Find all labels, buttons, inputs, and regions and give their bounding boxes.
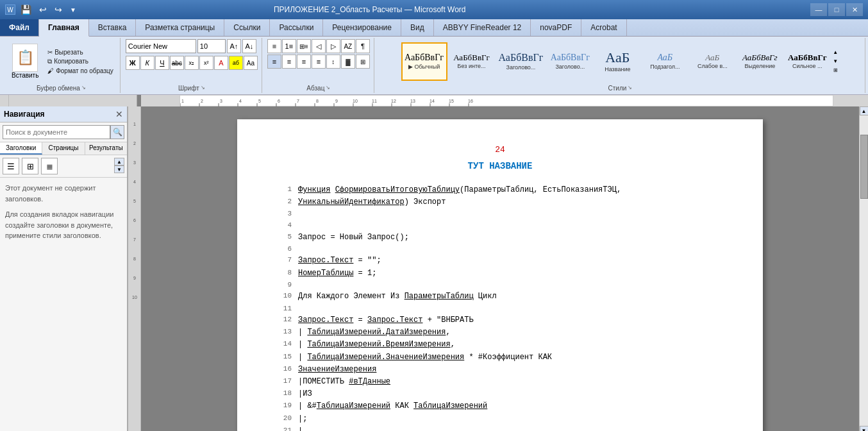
ruler-right-corner bbox=[859, 95, 868, 106]
bold-btn[interactable]: Ж bbox=[126, 56, 140, 70]
font-expand-icon[interactable]: ↘ bbox=[201, 85, 205, 90]
paste-button[interactable]: 📋 Вставить bbox=[6, 41, 44, 81]
scroll-thumb[interactable] bbox=[860, 135, 868, 199]
nav-tab-results[interactable]: Результаты bbox=[85, 142, 127, 155]
style-subtle-em[interactable]: АаБ Слабое в... bbox=[689, 42, 735, 81]
nav-list-view-btn[interactable]: ☰ bbox=[3, 158, 19, 174]
tab-review[interactable]: Рецензирование bbox=[323, 19, 401, 36]
style-title[interactable]: АаБ Название bbox=[594, 42, 640, 81]
tab-home[interactable]: Главная bbox=[39, 19, 89, 37]
increase-indent-btn[interactable]: ▷ bbox=[326, 39, 340, 53]
font-size-input[interactable] bbox=[197, 39, 226, 53]
subscript-btn[interactable]: x₂ bbox=[185, 56, 199, 70]
cut-button[interactable]: ✂ Вырезать bbox=[45, 48, 115, 56]
code-line-5: 5 Запрос = Новый Запрос(); bbox=[276, 232, 724, 244]
multilevel-btn[interactable]: ⊞≡ bbox=[297, 39, 311, 53]
align-left-btn[interactable]: ≡ bbox=[267, 55, 281, 69]
styles-scroll-down[interactable]: ▼ bbox=[831, 58, 839, 65]
tab-file[interactable]: Файл bbox=[0, 19, 39, 36]
paragraph-group: ≡ 1≡ ⊞≡ ◁ ▷ AZ ¶ ≡ ≡ ≡ ≡ ↕ ▓ ⊞ bbox=[263, 38, 374, 93]
line-spacing-btn[interactable]: ↕ bbox=[326, 55, 340, 69]
redo-btn[interactable]: ↪ bbox=[52, 3, 65, 16]
nav-tab-pages[interactable]: Страницы bbox=[42, 142, 85, 155]
svg-text:5: 5 bbox=[258, 99, 261, 103]
styles-expand[interactable]: ⊞ bbox=[831, 67, 839, 74]
clipboard-expand-icon[interactable]: ↘ bbox=[81, 85, 86, 90]
shading-btn[interactable]: ▓ bbox=[341, 55, 355, 69]
line-num-3: 3 bbox=[276, 208, 292, 220]
styles-scroll-up[interactable]: ▲ bbox=[831, 49, 839, 56]
nav-detail-view-btn[interactable]: ≣ bbox=[41, 158, 58, 174]
font-shrink-btn[interactable]: A↓ bbox=[242, 39, 256, 53]
svg-text:1: 1 bbox=[133, 122, 136, 126]
font-name-input[interactable] bbox=[126, 39, 196, 53]
style-strong[interactable]: АаБбВвГг Сильное ... bbox=[784, 42, 830, 81]
close-btn[interactable]: ✕ bbox=[846, 3, 863, 16]
maximize-btn[interactable]: □ bbox=[828, 3, 845, 16]
title-bar: W 💾 ↩ ↪ ▼ ПРИЛОЖЕНИЕ 2_Область Расчеты —… bbox=[0, 0, 868, 19]
undo-btn[interactable]: ↩ bbox=[37, 3, 49, 16]
font-color-btn[interactable]: А bbox=[214, 56, 228, 70]
nav-grid-view-btn[interactable]: ⊞ bbox=[22, 158, 38, 174]
italic-btn[interactable]: К bbox=[140, 56, 154, 70]
scroll-up-arrow[interactable]: ▲ bbox=[860, 106, 869, 115]
superscript-btn[interactable]: x² bbox=[199, 56, 213, 70]
nav-search-input[interactable] bbox=[3, 125, 110, 139]
line-content-7: Запрос.Текст = ""; bbox=[298, 255, 724, 267]
format-paint-button[interactable]: 🖌 Формат по образцу bbox=[45, 67, 115, 75]
minimize-btn[interactable]: — bbox=[810, 3, 827, 16]
nav-search-box: 🔍 bbox=[0, 123, 127, 142]
bullets-btn[interactable]: ≡ bbox=[267, 39, 281, 53]
borders-btn[interactable]: ⊞ bbox=[356, 55, 370, 69]
customize-quick-btn[interactable]: ▼ bbox=[67, 5, 79, 15]
underline-btn[interactable]: Ч bbox=[155, 56, 169, 70]
style-subtitle[interactable]: АаБ Подзагол... bbox=[642, 42, 688, 81]
nav-close-button[interactable]: ✕ bbox=[115, 109, 123, 119]
copy-button[interactable]: ⧉ Копировать bbox=[45, 57, 115, 66]
tab-novapdf[interactable]: novaPDF bbox=[531, 19, 581, 36]
styles-expand-icon[interactable]: ↘ bbox=[628, 85, 632, 90]
align-justify-btn[interactable]: ≡ bbox=[312, 55, 326, 69]
code-line-9: 9 bbox=[276, 280, 724, 291]
save-quick-btn[interactable]: 💾 bbox=[18, 3, 34, 16]
scroll-track[interactable] bbox=[860, 115, 869, 426]
font-grow-btn[interactable]: A↑ bbox=[227, 39, 241, 53]
tab-references[interactable]: Ссылки bbox=[224, 19, 270, 36]
decrease-indent-btn[interactable]: ◁ bbox=[312, 39, 326, 53]
line-num-15: 15 bbox=[276, 351, 292, 364]
tab-abbyy[interactable]: ABBYY FineReader 12 bbox=[434, 19, 531, 36]
align-right-btn[interactable]: ≡ bbox=[297, 55, 311, 69]
style-no-spacing[interactable]: АаБбВвГг Без инте... bbox=[449, 42, 495, 81]
tab-acrobat[interactable]: Acrobat bbox=[581, 19, 626, 36]
code-line-11: 11 bbox=[276, 303, 724, 315]
style-normal[interactable]: АаБбВвГг ▶ Обычный bbox=[401, 42, 447, 81]
tab-view[interactable]: Вид bbox=[401, 19, 434, 36]
nav-search-button[interactable]: 🔍 bbox=[110, 125, 124, 139]
para-expand-icon[interactable]: ↘ bbox=[326, 85, 330, 90]
line-content-10: Для Каждого Элемент Из ПараметрыТаблиц Ц… bbox=[298, 291, 724, 303]
line-num-9: 9 bbox=[276, 280, 292, 291]
code-line-20: 20 |; bbox=[276, 413, 724, 425]
v-ruler: 1 2 3 4 5 6 7 8 9 10 bbox=[128, 106, 141, 431]
style-emphasis[interactable]: АаБбВвГг Выделение bbox=[737, 42, 783, 81]
numbering-btn[interactable]: 1≡ bbox=[282, 39, 296, 53]
tab-mailings[interactable]: Рассылки bbox=[270, 19, 323, 36]
font-group: A↑ A↓ Ж К Ч abc x₂ x² А аб Аа Шрифт ↘ bbox=[122, 38, 262, 93]
tab-insert[interactable]: Вставка bbox=[89, 19, 137, 36]
style-h2[interactable]: АаБбВвГг Заголово... bbox=[547, 42, 593, 81]
tab-layout[interactable]: Разметка страницы bbox=[136, 19, 224, 36]
sort-btn[interactable]: AZ bbox=[341, 39, 355, 53]
nav-up-btn[interactable]: ▲ bbox=[114, 158, 124, 165]
highlight-btn[interactable]: аб bbox=[229, 56, 243, 70]
scroll-down-arrow[interactable]: ▼ bbox=[860, 426, 869, 431]
nav-tab-headings[interactable]: Заголовки bbox=[0, 142, 42, 155]
right-scrollbar[interactable]: ▲ ▼ bbox=[859, 106, 868, 431]
clear-format-btn[interactable]: Аа bbox=[244, 56, 258, 70]
src-table: ТаблицаИзмерений bbox=[317, 401, 390, 410]
align-center-btn[interactable]: ≡ bbox=[282, 55, 296, 69]
nav-down-btn[interactable]: ▼ bbox=[114, 165, 124, 173]
style-h1[interactable]: АаБбВвГг Заголово... bbox=[496, 42, 546, 81]
strikethrough-btn[interactable]: abc bbox=[170, 56, 184, 70]
show-marks-btn[interactable]: ¶ bbox=[356, 39, 370, 53]
doc-area[interactable]: 24 ТУТ НАЗВАНИЕ 1 Функция СформироватьИт… bbox=[141, 106, 859, 431]
